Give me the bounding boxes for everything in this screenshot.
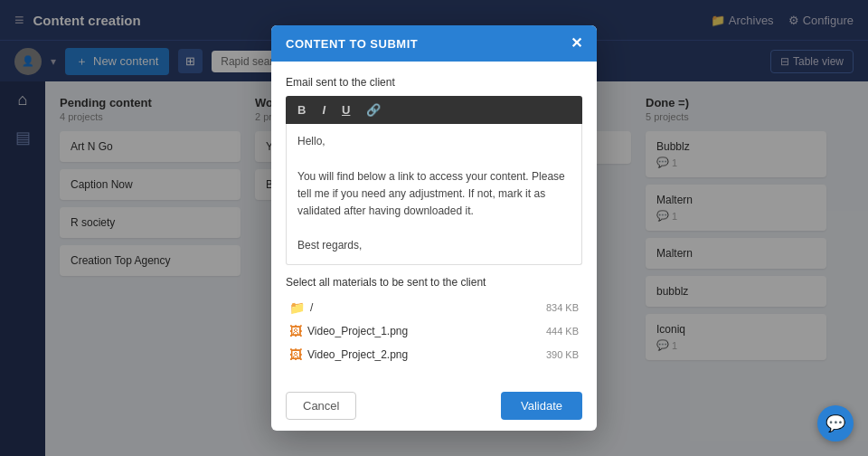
folder-icon: 📁 bbox=[289, 300, 305, 315]
image-file-icon-1: 🖼 bbox=[289, 324, 302, 338]
validate-button[interactable]: Validate bbox=[501, 392, 582, 420]
file-list-section: Select all materials to be sent to the c… bbox=[286, 276, 582, 366]
file-size-root: 834 KB bbox=[546, 302, 579, 313]
editor-content-area[interactable]: Hello, You will find below a link to acc… bbox=[286, 124, 582, 264]
file-name-1: Video_Project_1.png bbox=[307, 325, 541, 337]
modal-body: Email sent to the client B I U 🔗 Hello, … bbox=[271, 62, 597, 380]
chat-icon: 💬 bbox=[826, 413, 845, 433]
rich-text-editor: B I U 🔗 Hello, You will find below a lin… bbox=[286, 96, 582, 264]
editor-line-regards: Best regards, bbox=[297, 237, 571, 254]
modal-header: CONTENT TO SUBMIT ✕ bbox=[271, 25, 597, 62]
link-button[interactable]: 🔗 bbox=[362, 101, 385, 119]
editor-line-hello: Hello, bbox=[297, 133, 571, 150]
files-section-label: Select all materials to be sent to the c… bbox=[286, 276, 582, 289]
file-item-2[interactable]: 🖼 Video_Project_2.png 390 KB bbox=[286, 343, 582, 366]
email-section-label: Email sent to the client bbox=[286, 76, 582, 89]
file-name-2: Video_Project_2.png bbox=[307, 348, 541, 361]
editor-toolbar: B I U 🔗 bbox=[286, 96, 582, 124]
file-item-1[interactable]: 🖼 Video_Project_1.png 444 KB bbox=[286, 319, 582, 343]
cancel-button[interactable]: Cancel bbox=[286, 392, 356, 420]
modal-footer: Cancel Validate bbox=[271, 381, 597, 431]
underline-button[interactable]: U bbox=[337, 101, 354, 119]
file-name-root: / bbox=[310, 301, 541, 314]
editor-line-body: You will find below a link to access you… bbox=[297, 168, 571, 221]
file-size-2: 390 KB bbox=[546, 349, 579, 360]
file-item-folder[interactable]: 📁 / 834 KB bbox=[286, 296, 582, 319]
italic-button[interactable]: I bbox=[317, 101, 330, 119]
modal-close-button[interactable]: ✕ bbox=[571, 36, 583, 51]
image-file-icon-2: 🖼 bbox=[289, 347, 302, 362]
modal-content-to-submit: CONTENT TO SUBMIT ✕ Email sent to the cl… bbox=[271, 25, 597, 430]
modal-title: CONTENT TO SUBMIT bbox=[286, 37, 418, 51]
chat-bubble-button[interactable]: 💬 bbox=[817, 405, 854, 442]
modal-overlay: CONTENT TO SUBMIT ✕ Email sent to the cl… bbox=[0, 0, 868, 456]
file-size-1: 444 KB bbox=[546, 326, 579, 337]
bold-button[interactable]: B bbox=[293, 101, 310, 119]
